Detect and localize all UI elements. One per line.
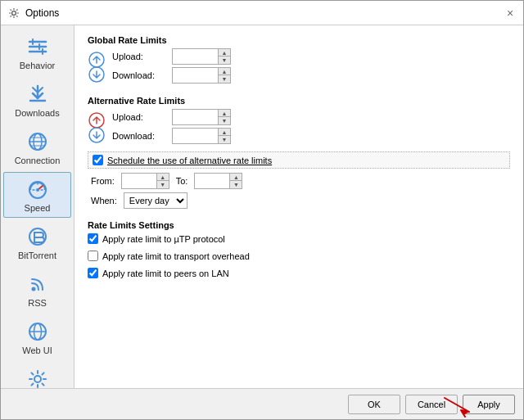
to-spinner: ▲ ▼ xyxy=(229,174,242,188)
alt-upload-spinner: ▲ ▼ xyxy=(218,110,230,124)
sidebar: Behavior Downloads xyxy=(1,25,75,388)
from-label: From: xyxy=(91,176,115,186)
cb3-checkbox[interactable] xyxy=(88,268,98,278)
global-upload-up[interactable]: ▲ xyxy=(219,49,230,56)
advanced-icon xyxy=(25,368,51,389)
to-input[interactable]: 20:00 xyxy=(195,174,229,188)
title-bar: Options × xyxy=(1,1,523,25)
window-title: Options xyxy=(25,7,59,19)
when-select[interactable]: Every day Weekdays Weekends xyxy=(124,192,187,209)
when-row: When: Every day Weekdays Weekends xyxy=(88,192,510,209)
global-upload-spinbox[interactable]: 1 KiB/s ▲ ▼ xyxy=(172,48,231,65)
svg-point-24 xyxy=(34,376,41,382)
when-label: When: xyxy=(91,196,117,205)
bittorrent-icon xyxy=(25,225,51,248)
downloads-icon xyxy=(25,83,51,106)
svg-point-0 xyxy=(12,11,16,15)
sidebar-item-speed[interactable]: Speed xyxy=(3,172,71,218)
alt-download-input[interactable]: ∞ xyxy=(173,129,218,143)
alt-upload-up[interactable]: ▲ xyxy=(219,110,230,117)
behavior-label: Behavior xyxy=(20,61,55,70)
from-input[interactable]: 08:00 xyxy=(122,174,156,188)
sidebar-item-bittorrent[interactable]: BitTorrent xyxy=(3,219,71,265)
main-panel: Global Rate Limits Upload: xyxy=(75,25,523,388)
alt-rate-icon xyxy=(88,109,106,147)
connection-label: Connection xyxy=(15,156,61,165)
behavior-icon xyxy=(25,35,51,58)
connection-icon xyxy=(25,130,51,153)
rate-settings-checkboxes: Apply rate limit to µTP protocol Apply r… xyxy=(88,233,510,281)
global-download-down[interactable]: ▼ xyxy=(219,75,230,83)
global-download-spinner: ▲ ▼ xyxy=(218,68,230,83)
cb2-row: Apply rate limit to transport overhead xyxy=(88,251,510,261)
alt-download-spinner: ▲ ▼ xyxy=(218,129,230,143)
from-spinner: ▲ ▼ xyxy=(156,174,169,188)
options-icon xyxy=(7,7,20,20)
bittorrent-label: BitTorrent xyxy=(18,251,56,260)
schedule-row: Schedule the use of alternative rate lim… xyxy=(88,151,510,169)
from-up[interactable]: ▲ xyxy=(157,174,169,181)
ok-button[interactable]: OK xyxy=(348,395,400,414)
global-upload-input[interactable]: 1 KiB/s xyxy=(173,49,218,64)
cb3-row: Apply rate limit to peers on LAN xyxy=(88,268,510,278)
to-spinbox[interactable]: 20:00 ▲ ▼ xyxy=(194,173,242,189)
svg-point-20 xyxy=(31,287,35,291)
cb1-checkbox[interactable] xyxy=(88,233,98,244)
alt-download-spinbox[interactable]: ∞ ▲ ▼ xyxy=(172,128,231,144)
cb3-label: Apply rate limit to peers on LAN xyxy=(102,269,229,278)
rate-settings-section: Rate Limits Settings Apply rate limit to… xyxy=(88,220,510,281)
alt-rate-title: Alternative Rate Limits xyxy=(88,96,510,106)
title-bar-left: Options xyxy=(7,7,59,20)
schedule-checkbox[interactable] xyxy=(93,155,103,165)
red-arrow-indicator xyxy=(440,394,473,418)
alt-upload-spinbox[interactable]: ∞ ▲ ▼ xyxy=(172,109,231,125)
alt-rate-section: Alternative Rate Limits Upload: xyxy=(88,96,510,209)
alt-download-down[interactable]: ▼ xyxy=(219,136,230,143)
alt-download-up[interactable]: ▲ xyxy=(219,129,230,136)
cb2-checkbox[interactable] xyxy=(88,251,98,261)
global-download-spinbox[interactable]: 1 KiB/s ▲ ▼ xyxy=(172,67,231,84)
svg-point-14 xyxy=(36,188,39,192)
global-upload-label: Upload: xyxy=(112,52,165,61)
cb1-label: Apply rate limit to µTP protocol xyxy=(102,234,225,244)
rss-icon xyxy=(25,273,51,296)
from-spinbox[interactable]: 08:00 ▲ ▼ xyxy=(121,173,169,189)
webui-label: Web UI xyxy=(22,345,52,355)
global-rate-title: Global Rate Limits xyxy=(88,35,510,45)
alt-upload-label: Upload: xyxy=(112,112,165,122)
alt-upload-down[interactable]: ▼ xyxy=(219,117,230,124)
global-download-input[interactable]: 1 KiB/s xyxy=(173,68,218,83)
global-download-up[interactable]: ▲ xyxy=(219,68,230,75)
bottom-bar: OK Cancel Apply xyxy=(1,388,523,419)
schedule-time-row: From: 08:00 ▲ ▼ To: 20:00 ▲ ▼ xyxy=(88,173,510,189)
sidebar-item-rss[interactable]: RSS xyxy=(3,267,71,313)
content-area: Behavior Downloads xyxy=(1,25,523,388)
sidebar-item-webui[interactable]: Web UI xyxy=(3,314,71,360)
global-rate-section: Global Rate Limits Upload: xyxy=(88,35,510,86)
global-rate-icon xyxy=(88,48,106,86)
sidebar-item-advanced[interactable]: Advanced xyxy=(3,362,71,388)
downloads-label: Downloads xyxy=(15,108,59,118)
options-window: Options × Behavior xyxy=(0,0,524,420)
global-upload-spinner: ▲ ▼ xyxy=(218,49,230,64)
sidebar-item-behavior[interactable]: Behavior xyxy=(3,29,71,75)
rss-label: RSS xyxy=(28,298,47,308)
to-label: To: xyxy=(176,176,188,186)
speed-icon xyxy=(25,178,51,201)
speed-label: Speed xyxy=(25,203,51,213)
schedule-label: Schedule the use of alternative rate lim… xyxy=(107,156,272,165)
global-upload-down[interactable]: ▼ xyxy=(219,56,230,64)
cb1-row: Apply rate limit to µTP protocol xyxy=(88,233,510,244)
alt-upload-input[interactable]: ∞ xyxy=(173,110,218,124)
webui-icon xyxy=(25,320,51,343)
sidebar-item-downloads[interactable]: Downloads xyxy=(3,77,71,123)
global-download-label: Download: xyxy=(112,70,165,80)
close-button[interactable]: × xyxy=(504,7,517,20)
alt-download-label: Download: xyxy=(112,131,165,141)
from-down[interactable]: ▼ xyxy=(157,181,169,188)
rate-settings-title: Rate Limits Settings xyxy=(88,220,510,230)
cb2-label: Apply rate limit to transport overhead xyxy=(102,251,250,261)
sidebar-item-connection[interactable]: Connection xyxy=(3,124,71,170)
to-up[interactable]: ▲ xyxy=(230,174,242,181)
to-down[interactable]: ▼ xyxy=(230,181,242,188)
